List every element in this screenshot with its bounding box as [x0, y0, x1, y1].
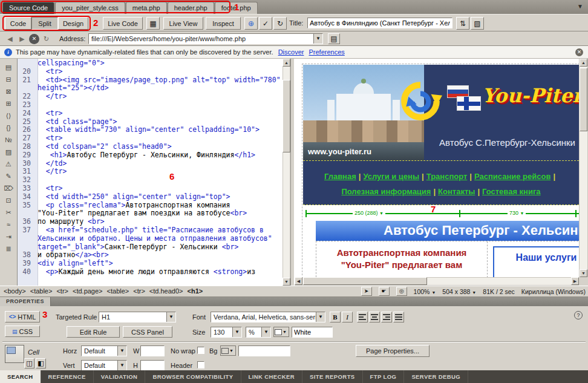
- align-center-button[interactable]: [369, 312, 380, 322]
- italic-button[interactable]: I: [342, 312, 353, 322]
- code-line[interactable]: 37 <a href="schedule.php" title="Расписа…: [18, 226, 283, 235]
- tag-selector-item[interactable]: <table>: [30, 287, 53, 295]
- tag-selector-item[interactable]: <body>: [4, 287, 26, 295]
- dock-tab-link-checker[interactable]: LINK CHECKER: [241, 370, 303, 383]
- align-right-button[interactable]: [381, 312, 392, 322]
- refresh-icon[interactable]: ↻: [273, 17, 287, 30]
- tab-meta.php[interactable]: meta.php: [126, 2, 167, 14]
- css-mode-button[interactable]: ▤ CSS: [5, 326, 40, 337]
- tag-selector-item[interactable]: <td.page>: [73, 287, 103, 295]
- code-line[interactable]: 25 <td class="page">: [18, 118, 283, 126]
- promo-cell[interactable]: Автотранспортная компания "You-Piter" пр…: [316, 241, 488, 277]
- highlight-invalid-code-icon[interactable]: ▨: [2, 146, 15, 158]
- view-options-icon[interactable]: ▧: [471, 17, 484, 30]
- indent-code-icon[interactable]: ⇥: [2, 231, 15, 243]
- code-line[interactable]: 30 </td>: [18, 160, 283, 168]
- hand-tool-icon[interactable]: ☛: [379, 287, 390, 296]
- nav-link[interactable]: Контакты: [438, 187, 475, 196]
- select-tool-icon[interactable]: ➤: [361, 287, 372, 296]
- expand-all-icon[interactable]: ⊞: [2, 98, 15, 110]
- balance-braces-icon[interactable]: {}: [2, 122, 15, 134]
- code-scrollbar[interactable]: ▲ ▼: [283, 59, 290, 286]
- split-cell-icon[interactable]: ◧: [36, 358, 46, 368]
- wrap-tag-icon[interactable]: ⊡: [2, 195, 15, 206]
- nav-link[interactable]: Услуги и цены: [363, 172, 419, 181]
- cell-width-input[interactable]: [140, 345, 165, 356]
- font-select[interactable]: Verdana, Arial, Helvetica, sans-serif ▼: [211, 312, 325, 322]
- css-panel-button[interactable]: CSS Panel: [123, 326, 172, 338]
- scroll-up-icon[interactable]: ▲: [283, 59, 290, 67]
- check-page-icon[interactable]: ▦: [146, 17, 160, 30]
- open-documents-icon[interactable]: ▤: [2, 62, 15, 73]
- code-line[interactable]: 23: [18, 101, 283, 110]
- targeted-rule-select[interactable]: H1 ▼: [99, 312, 176, 322]
- code-line[interactable]: 40 <p>Каждый день многие люди отправляют…: [18, 268, 283, 277]
- tab-footer.php[interactable]: footer.php: [215, 2, 258, 14]
- line-numbers-icon[interactable]: №: [2, 134, 15, 146]
- tab-you_piter_style.css[interactable]: you_piter_style.css: [55, 2, 125, 14]
- code-line[interactable]: 38и обратно</a><br>: [18, 251, 283, 260]
- size-select[interactable]: 130 ▼: [211, 327, 242, 338]
- move-css-icon[interactable]: ≈: [2, 219, 15, 231]
- live-view-button[interactable]: Live View: [163, 17, 203, 30]
- chevron-down-icon[interactable]: ▼: [313, 34, 322, 44]
- code-line[interactable]: 26 <table width="730" align="center" cel…: [18, 126, 283, 134]
- code-line[interactable]: 27 <tr>: [18, 134, 283, 143]
- size-unit-select[interactable]: % ▼: [246, 327, 271, 338]
- bg-color-input[interactable]: [238, 345, 290, 356]
- address-input[interactable]: file:///E|/WebServers/home/you-piter/www…: [88, 33, 323, 44]
- forward-icon[interactable]: ▶: [17, 34, 27, 44]
- tag-selector-item[interactable]: <tr>: [56, 287, 68, 295]
- services-cell[interactable]: Наши услуги: [493, 246, 579, 277]
- nav-link[interactable]: Главная: [324, 172, 356, 181]
- back-icon[interactable]: ◀: [5, 34, 15, 44]
- remove-comment-icon[interactable]: ⌦: [2, 183, 15, 194]
- design-vscrollbar[interactable]: ▲ ▼: [579, 59, 588, 277]
- properties-tab[interactable]: PROPERTIES: [0, 297, 51, 306]
- code-line[interactable]: target="_blank">Санкт-Петербург - Хельси…: [18, 243, 283, 252]
- vert-select[interactable]: Default ▼: [81, 360, 127, 371]
- collapse-selection-icon[interactable]: ⊠: [2, 86, 15, 97]
- text-color-swatch[interactable]: ▼: [273, 327, 289, 337]
- zoom-tool-icon[interactable]: ◎: [396, 287, 407, 296]
- preferences-link[interactable]: Preferences: [309, 48, 344, 56]
- horz-select[interactable]: Default ▼: [81, 345, 127, 356]
- code-line[interactable]: 34 <td width="250" align="center" valign…: [18, 193, 283, 201]
- select-parent-tag-icon[interactable]: ⟨⟩: [2, 110, 15, 122]
- dock-tab-server-debug[interactable]: SERVER DEBUG: [404, 370, 468, 383]
- close-icon[interactable]: ✕: [575, 48, 583, 56]
- collapse-full-tag-icon[interactable]: ⊟: [2, 74, 15, 85]
- tag-selector-item[interactable]: <td.head0>: [149, 287, 183, 295]
- code-editor[interactable]: cellspacing="0">20 <tr>21 <td><img src="…: [18, 59, 283, 286]
- code-line[interactable]: 39<div align="left">: [18, 260, 283, 268]
- text-color-input[interactable]: [292, 327, 333, 338]
- stop-icon[interactable]: ✕: [29, 34, 39, 44]
- design-view[interactable]: You-Piter Автобус С.Петербург-Хельсинки …: [295, 59, 579, 286]
- scroll-down-icon[interactable]: ▼: [283, 278, 290, 286]
- code-line[interactable]: 29 <h1>Автобус Петербург - Хельсинки, Фи…: [18, 151, 283, 160]
- design-hscrollbar[interactable]: ◀ ▶: [295, 277, 579, 286]
- design-view-button[interactable]: Design: [58, 17, 88, 30]
- nav-link[interactable]: Расписание рейсов: [474, 172, 550, 181]
- scrollbar-thumb[interactable]: [303, 277, 427, 285]
- scroll-down-icon[interactable]: ▼: [580, 269, 587, 277]
- refresh-page-icon[interactable]: ↻: [41, 34, 51, 44]
- tag-selector-item[interactable]: <tr>: [133, 287, 145, 295]
- code-line[interactable]: height="25"></td>: [18, 84, 283, 93]
- scroll-up-icon[interactable]: ▲: [580, 59, 587, 67]
- table-width-label[interactable]: 730 ▼: [508, 209, 526, 217]
- merge-cells-icon[interactable]: ◫: [24, 358, 34, 368]
- discover-link[interactable]: Discover: [278, 48, 304, 56]
- column-width-label[interactable]: 250 (288) ▼: [353, 209, 385, 217]
- header-checkbox[interactable]: [197, 361, 204, 368]
- format-source-icon[interactable]: ≣: [2, 243, 15, 255]
- code-line[interactable]: "You-Piter" предлагает вам поездки на ав…: [18, 209, 283, 218]
- live-code-button[interactable]: Live Code: [103, 17, 143, 30]
- bg-color-swatch[interactable]: ▼: [220, 345, 236, 356]
- code-line[interactable]: 28 <td colspan="2" class="head0">: [18, 143, 283, 151]
- code-line[interactable]: 36по маршруту <br>: [18, 218, 283, 226]
- zoom-level[interactable]: 100% ▼: [414, 288, 436, 295]
- design-page-heading[interactable]: Автобус Петербург - Хельсинки: [316, 221, 579, 241]
- title-input[interactable]: [307, 18, 452, 28]
- live-view-options-icon[interactable]: ▤: [328, 33, 340, 44]
